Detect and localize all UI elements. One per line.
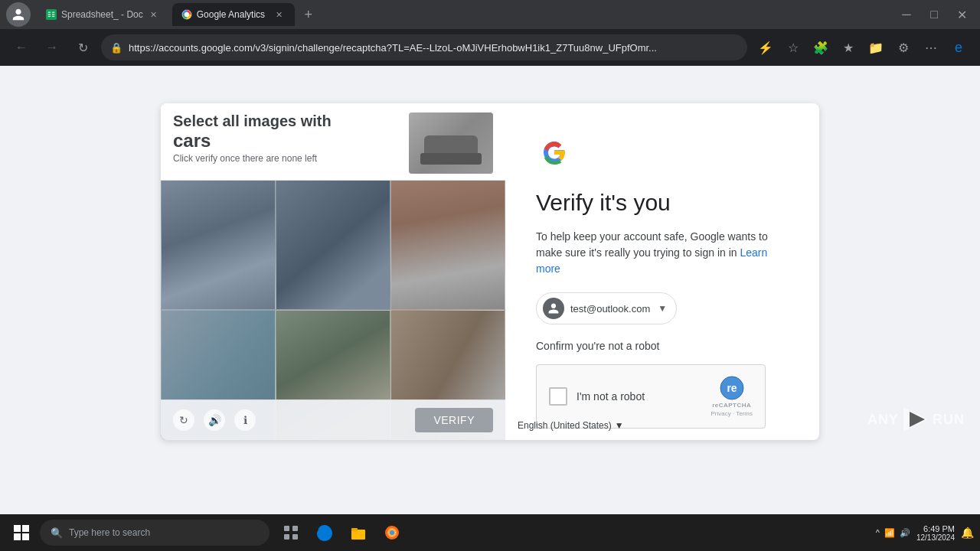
taskbar-apps <box>276 517 407 548</box>
enhance-button[interactable]: ⚡ <box>753 35 778 60</box>
captcha-action-icons: ↻ 🔊 ℹ <box>173 409 256 431</box>
taskbar-firefox-button[interactable] <box>377 517 407 548</box>
recaptcha-privacy-link[interactable]: Privacy <box>710 410 730 417</box>
svg-rect-4 <box>52 12 55 13</box>
svg-rect-3 <box>48 16 51 17</box>
address-text: https://accounts.google.com/v3/signin/ch… <box>129 42 738 54</box>
svg-point-21 <box>390 530 394 535</box>
nav-actions: ⚡ ☆ 🧩 ★ 📁 ⚙ ⋯ e <box>753 35 971 60</box>
browser-tools-button[interactable]: ⚙ <box>891 35 916 60</box>
main-card: Select all images with cars Click verify… <box>161 103 819 440</box>
tab-google-analytics[interactable]: Google Analytics ✕ <box>172 3 295 26</box>
language-selector[interactable]: English (United States) ▼ <box>518 420 624 431</box>
language-dropdown-arrow: ▼ <box>615 420 624 431</box>
grid-cell-2[interactable] <box>276 180 390 310</box>
clock-time: 6:49 PM <box>916 524 955 533</box>
recaptcha-brand-text: reCAPTCHA <box>712 402 751 409</box>
system-tray: ^ 📶 🔊 <box>876 528 910 538</box>
tab-spreadsheet-close[interactable]: ✕ <box>148 8 160 21</box>
captcha-subtitle: Click verify once there are none left <box>173 153 332 164</box>
tab-spreadsheet[interactable]: Spreadsheet_ - Doc ✕ <box>37 3 169 26</box>
svg-rect-2 <box>48 14 51 15</box>
svg-rect-1 <box>48 12 51 13</box>
lock-icon: 🔒 <box>110 42 122 54</box>
settings-button[interactable]: ⋯ <box>919 35 943 60</box>
profile-avatar[interactable] <box>6 2 31 27</box>
confirm-robot-title: Confirm you're not a robot <box>536 340 789 352</box>
account-email: test@outlook.com <box>570 303 650 315</box>
anyrun-logo-icon <box>903 407 928 432</box>
grid-cell-1[interactable] <box>161 180 276 310</box>
captcha-info-button[interactable]: ℹ <box>234 409 256 431</box>
clock-date: 12/13/2024 <box>916 533 955 542</box>
recaptcha-links: Privacy · Terms <box>710 410 753 417</box>
grid-cell-3[interactable] <box>390 180 505 310</box>
account-dropdown-arrow: ▼ <box>658 303 667 314</box>
svg-rect-0 <box>46 9 57 20</box>
reload-button[interactable]: ↻ <box>70 35 95 60</box>
system-clock[interactable]: 6:49 PM 12/13/2024 <box>916 524 955 542</box>
start-icon <box>14 525 29 540</box>
page-content: Select all images with cars Click verify… <box>0 66 980 514</box>
recaptcha-label: I'm not a robot <box>577 390 645 403</box>
svg-rect-14 <box>292 526 298 531</box>
anyrun-watermark: ANY RUN <box>867 407 965 432</box>
captcha-header: Select all images with cars Click verify… <box>161 103 505 181</box>
tab-bar: Spreadsheet_ - Doc ✕ Google Analytics ✕ … <box>0 0 980 29</box>
extensions-button[interactable]: 🧩 <box>808 35 833 60</box>
account-selector[interactable]: test@outlook.com ▼ <box>536 292 677 324</box>
volume-icon[interactable]: 🔊 <box>900 528 910 538</box>
favorites-button[interactable]: ★ <box>836 35 861 60</box>
address-bar[interactable]: 🔒 https://accounts.google.com/v3/signin/… <box>101 34 747 60</box>
maximize-button[interactable]: □ <box>922 2 946 27</box>
verify-button[interactable]: VERIFY <box>415 408 493 432</box>
svg-text:re: re <box>727 382 737 394</box>
svg-rect-15 <box>284 534 289 540</box>
svg-rect-16 <box>292 534 298 540</box>
taskbar-fileexplorer-button[interactable] <box>343 517 374 548</box>
recaptcha-checkbox[interactable] <box>549 387 567 406</box>
svg-rect-5 <box>52 14 55 15</box>
recaptcha-terms-link[interactable]: Terms <box>736 410 753 417</box>
google-logo-area <box>536 134 789 174</box>
back-button[interactable]: ← <box>9 35 34 60</box>
taskbar-search-icon: 🔍 <box>51 527 63 539</box>
new-tab-button[interactable]: + <box>298 4 319 25</box>
close-button[interactable]: ✕ <box>949 2 974 27</box>
captcha-bottom-bar: ↻ 🔊 ℹ VERIFY <box>161 399 505 440</box>
minimize-button[interactable]: ─ <box>894 2 919 27</box>
recaptcha-branding: re reCAPTCHA Privacy · Terms <box>710 376 753 417</box>
captcha-thumbnail <box>409 112 493 174</box>
captcha-image-section: Select all images with cars Click verify… <box>161 103 505 440</box>
taskbar-edge-button[interactable] <box>309 517 340 548</box>
taskbar-search[interactable]: 🔍 Type here to search <box>40 520 270 546</box>
captcha-select-text: Select all images with cars <box>173 112 332 152</box>
collections-button[interactable]: 📁 <box>864 35 888 60</box>
taskbar: 🔍 Type here to search <box>0 514 980 551</box>
tab-spreadsheet-label: Spreadsheet_ - Doc <box>61 9 143 20</box>
tab-google-analytics-close[interactable]: ✕ <box>273 8 286 21</box>
right-panel: Verify it's you To help keep your accoun… <box>505 103 819 440</box>
taskview-button[interactable] <box>276 517 306 548</box>
recaptcha-left: I'm not a robot <box>549 387 645 406</box>
forward-button[interactable]: → <box>40 35 64 60</box>
nav-bar: ← → ↻ 🔒 https://accounts.google.com/v3/s… <box>0 29 980 66</box>
bookmark-button[interactable]: ☆ <box>781 35 805 60</box>
tray-icon-1[interactable]: ^ <box>876 528 880 537</box>
account-avatar <box>543 298 564 319</box>
edge-icon[interactable]: e <box>946 35 971 60</box>
captcha-audio-button[interactable]: 🔊 <box>204 409 225 431</box>
svg-rect-13 <box>284 526 289 531</box>
tab-google-analytics-label: Google Analytics <box>197 9 269 20</box>
start-button[interactable] <box>6 517 37 548</box>
network-icon[interactable]: 📶 <box>884 528 895 538</box>
recaptcha-logo-icon: re <box>720 376 744 400</box>
captcha-reload-button[interactable]: ↻ <box>173 409 194 431</box>
google-logo <box>536 134 573 171</box>
recaptcha-widget: I'm not a robot re reCAPTCHA Privacy <box>536 364 766 429</box>
notification-button[interactable]: 🔔 <box>961 527 974 539</box>
svg-rect-18 <box>351 528 358 531</box>
taskbar-right: ^ 📶 🔊 6:49 PM 12/13/2024 🔔 <box>876 524 974 542</box>
verify-title: Verify it's you <box>536 189 789 217</box>
svg-rect-6 <box>52 16 55 17</box>
